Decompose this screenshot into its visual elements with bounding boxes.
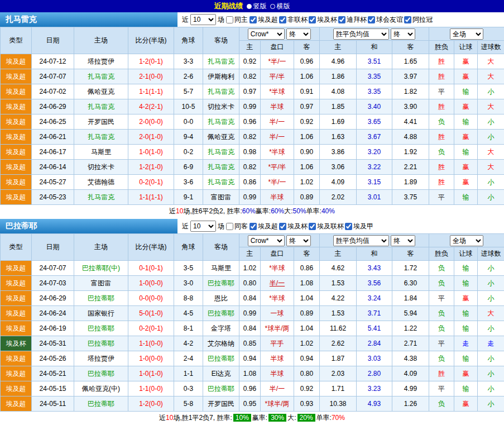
- league-cell: 埃及超: [1, 351, 32, 366]
- euro-draw-odds-cell: 3.56: [357, 276, 392, 291]
- asian-stage-select[interactable]: 终: [286, 235, 311, 246]
- asian-home-odds-cell: 0.97: [239, 84, 261, 99]
- euro-home-odds-cell: 1.86: [320, 69, 357, 84]
- bookmaker-select[interactable]: Crow*: [248, 28, 285, 40]
- result-cell: 胜: [429, 160, 454, 175]
- same-venue-checkbox-input[interactable]: [226, 223, 233, 230]
- radio-unselected-icon[interactable]: [270, 4, 275, 9]
- result-cell: 胜: [429, 99, 454, 114]
- view-option-vertical[interactable]: 竖版: [247, 2, 267, 11]
- league-checkbox-input[interactable]: [345, 223, 352, 230]
- league-checkbox-input[interactable]: [309, 223, 316, 230]
- league-cell: 埃及超: [1, 69, 32, 84]
- league-checkbox-label: 球会友谊: [376, 15, 403, 25]
- league-filter-checkbox[interactable]: 迪拜杯: [338, 15, 367, 25]
- asian-home-odds-cell: 0.85: [239, 336, 261, 351]
- goals-result-cell: 大: [478, 306, 504, 321]
- league-checkbox-input[interactable]: [249, 16, 257, 23]
- league-filter-checkbox[interactable]: 埃及甲: [345, 222, 373, 231]
- league-filter-checkbox[interactable]: 埃及超: [249, 15, 278, 25]
- matches-tbody: 埃及超24-07-12塔拉贾伊1-2(0-1)3-3扎马雷克0.92*半/一0.…: [1, 54, 504, 205]
- league-filter-checkbox[interactable]: 阿拉冠: [404, 15, 433, 25]
- league-checkbox-label: 埃及超: [258, 222, 278, 231]
- asian-away-odds-cell: 0.94: [294, 351, 320, 366]
- summary-segment: 场,胜6平2负2, 胜率:: [183, 207, 242, 216]
- league-checkbox-input[interactable]: [338, 16, 345, 23]
- games-count-select[interactable]: 10: [190, 221, 216, 232]
- date-cell: 24-05-11: [32, 396, 74, 412]
- league-filter-checkbox[interactable]: 埃及超: [249, 222, 278, 231]
- away-team-cell: 艾尔格纳: [203, 336, 239, 351]
- asian-away-odds-cell: 1.04: [294, 321, 320, 336]
- euro-away-odds-cell: 3.75: [392, 190, 429, 205]
- corners-cell: 4-5: [174, 306, 203, 321]
- goals-result-cell: 小: [478, 351, 504, 366]
- asian-home-odds-cell: 0.99: [239, 99, 261, 114]
- score-cell: 1-2(1-0): [128, 160, 174, 175]
- scope-select[interactable]: 全场: [450, 28, 483, 40]
- league-filter-checkbox[interactable]: 球会友谊: [368, 15, 403, 25]
- asian-stage-select[interactable]: 终: [286, 28, 311, 40]
- same-venue-checkbox-input[interactable]: [226, 16, 233, 23]
- corners-cell: 6-9: [174, 160, 203, 175]
- league-checkbox-input[interactable]: [279, 16, 286, 23]
- league-checkbox-input[interactable]: [279, 223, 286, 230]
- home-team-cell: 佩哈亚克: [74, 84, 128, 99]
- match-row: 埃及超24-06-14切拉米卡1-2(1-0)6-9扎马雷克0.82*平/半1.…: [1, 160, 504, 175]
- goals-result-cell: 走: [478, 336, 504, 351]
- euro-home-odds-cell: 4.08: [320, 84, 357, 99]
- euro-odds-select[interactable]: 胜平负均值: [333, 235, 389, 246]
- away-team-cell: 巴拉蒂耶: [203, 381, 239, 396]
- score-cell: 1-0(1-0): [128, 145, 174, 160]
- league-checkbox-input[interactable]: [404, 16, 411, 23]
- euro-draw-odds-cell: 3.24: [357, 291, 392, 306]
- league-checkbox-input[interactable]: [309, 16, 316, 23]
- euro-stage-select[interactable]: 终: [391, 28, 415, 40]
- sub-header-asian-away: 客: [294, 247, 320, 261]
- asian-away-odds-cell: 0.80: [294, 366, 320, 381]
- same-venue-checkbox[interactable]: 同主: [226, 15, 248, 25]
- team-name: 扎马雷克: [0, 12, 177, 27]
- games-count-select[interactable]: 10: [190, 14, 216, 25]
- league-checkbox-label: 埃及甲: [353, 222, 373, 231]
- asian-home-odds-cell: 0.86: [239, 175, 261, 190]
- result-cell: 胜: [429, 69, 454, 84]
- asian-home-odds-cell: 0.82: [239, 130, 261, 145]
- view-option-horizontal[interactable]: 横版: [270, 2, 290, 11]
- league-filter-checkbox[interactable]: 埃及杯: [279, 222, 308, 231]
- home-team-cell: 巴拉蒂耶: [74, 366, 128, 381]
- corners-cell: 2-6: [174, 69, 203, 84]
- date-cell: 24-07-07: [32, 69, 74, 84]
- same-venue-label: 同主: [234, 15, 248, 25]
- euro-home-odds-cell: 1.69: [320, 114, 357, 130]
- recent-label: 近: [182, 15, 189, 25]
- euro-away-odds-cell: 2.71: [392, 336, 429, 351]
- euro-odds-select[interactable]: 胜平负均值: [333, 28, 389, 40]
- home-team-cell: 巴拉蒂耶(中): [74, 261, 128, 276]
- radio-selected-icon[interactable]: [247, 4, 252, 9]
- scope-select[interactable]: 全场: [450, 235, 483, 246]
- league-filter-checkbox[interactable]: 非联杯: [279, 15, 308, 25]
- result-cell: 负: [429, 145, 454, 160]
- score-cell: 1-1(0-0): [128, 381, 174, 396]
- sub-header-goals: 进球数: [478, 41, 504, 54]
- handicap-cell: 半/一: [261, 276, 294, 291]
- view-option-label: 横版: [277, 2, 290, 11]
- euro-away-odds-cell: 1.72: [392, 261, 429, 276]
- euro-stage-select[interactable]: 终: [391, 235, 415, 246]
- euro-away-odds-cell: 4.09: [392, 366, 429, 381]
- bookmaker-select[interactable]: Crow*: [248, 235, 285, 246]
- league-checkbox-input[interactable]: [249, 223, 257, 230]
- corners-cell: 3-3: [174, 54, 203, 69]
- same-venue-checkbox[interactable]: 同客: [226, 222, 248, 231]
- handicap-cell: *平/半: [261, 160, 294, 175]
- league-filter-checkbox[interactable]: 埃及杯: [309, 15, 337, 25]
- away-team-cell: 扎马雷克: [203, 175, 239, 190]
- euro-draw-odds-cell: 3.22: [357, 160, 392, 175]
- away-team-cell: 佩哈亚克: [203, 130, 239, 145]
- league-checkbox-input[interactable]: [368, 16, 375, 23]
- corners-cell: 8-1: [174, 321, 203, 336]
- asian-home-odds-cell: 0.84: [239, 291, 261, 306]
- summary-segment: 20%: [297, 414, 315, 422]
- league-filter-checkbox[interactable]: 埃及联杯: [309, 222, 344, 231]
